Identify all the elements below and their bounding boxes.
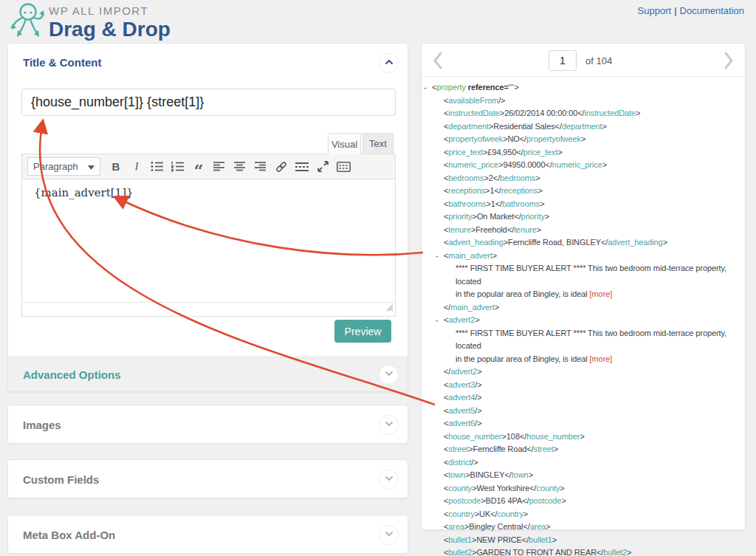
xml-segment: </ xyxy=(523,522,529,531)
editor-content-area[interactable]: {main_advert[1]} xyxy=(22,179,395,302)
resize-grip-icon[interactable] xyxy=(385,301,394,315)
xml-segment: advert5 xyxy=(448,406,475,415)
expand-custom-fields-button[interactable] xyxy=(379,470,399,490)
toolbar-toggle-icon[interactable] xyxy=(334,157,353,176)
images-section[interactable]: Images xyxy=(7,405,408,444)
collapse-node-toggle[interactable]: - xyxy=(436,250,439,263)
custom-fields-section[interactable]: Custom Fields xyxy=(7,459,408,498)
more-link[interactable]: [more] xyxy=(590,354,613,363)
xml-segment: district xyxy=(448,458,471,467)
xml-segment: Freehold xyxy=(475,225,507,234)
xml-line: <country>UK</country> xyxy=(422,508,739,521)
post-title-input[interactable] xyxy=(21,89,396,116)
xml-segment: > xyxy=(495,303,499,312)
meta-box-addon-section[interactable]: Meta Box Add-On xyxy=(7,515,408,554)
align-right-icon[interactable] xyxy=(251,157,270,176)
xml-segment: main_advert xyxy=(448,251,492,260)
align-center-icon[interactable] xyxy=(230,157,250,176)
xml-segment: BD16 4PA xyxy=(486,496,523,505)
xml-segment: > xyxy=(475,315,479,324)
xml-segment: </ xyxy=(526,445,533,453)
fullscreen-icon[interactable] xyxy=(313,157,332,176)
xml-line: in the popular area of Bingley, is ideal… xyxy=(422,353,739,366)
read-more-tag-icon[interactable] xyxy=(292,157,312,176)
xml-segment: > xyxy=(477,367,481,376)
more-link[interactable]: [more] xyxy=(590,289,613,298)
xml-line: <advert6/> xyxy=(422,417,739,430)
xml-line: <bathrooms>1</bathrooms> xyxy=(422,198,739,211)
paragraph-style-dropdown[interactable]: Paragraph xyxy=(27,157,100,176)
tab-visual[interactable]: Visual xyxy=(328,133,361,154)
previous-record-button[interactable] xyxy=(430,51,445,72)
support-link[interactable]: Support xyxy=(638,5,672,16)
italic-icon[interactable]: I xyxy=(127,157,146,176)
expand-images-button[interactable] xyxy=(379,415,399,435)
xml-segment: </ xyxy=(522,535,529,544)
xml-segment: NEW PRICE xyxy=(476,535,521,544)
expand-advanced-options-button[interactable] xyxy=(379,365,399,385)
collapse-node-toggle[interactable]: - xyxy=(424,81,427,95)
bullet-list-icon[interactable] xyxy=(148,157,167,176)
preview-button[interactable]: Preview xyxy=(334,320,391,343)
xml-line: <priority>On Market</priority> xyxy=(422,210,739,224)
blockquote-icon[interactable]: “ xyxy=(189,157,208,176)
xml-line: <town>BINGLEY</town> xyxy=(422,469,739,482)
next-record-button[interactable] xyxy=(721,51,736,72)
xml-segment: </ xyxy=(505,470,512,479)
tab-text[interactable]: Text xyxy=(362,133,394,154)
collapse-node-toggle[interactable]: - xyxy=(436,314,439,327)
wp-all-import-octopus-logo xyxy=(9,1,47,44)
xml-segment: street xyxy=(534,445,554,453)
xml-segment: > xyxy=(627,548,631,556)
xml-segment: bathrooms xyxy=(448,199,486,208)
chevron-left-icon xyxy=(430,61,445,72)
xml-segment: property xyxy=(436,83,466,92)
meta-box-addon-label: Meta Box Add-On xyxy=(23,529,115,541)
xml-segment: propertyofweek xyxy=(448,134,503,143)
chevron-down-icon xyxy=(384,419,394,431)
documentation-link[interactable]: Documentation xyxy=(680,5,744,16)
xml-segment: > xyxy=(514,83,518,92)
xml-segment: postcode xyxy=(448,496,481,505)
record-number-input[interactable] xyxy=(549,50,577,71)
record-pagination: of 104 xyxy=(422,44,745,77)
xml-segment: > xyxy=(554,445,558,453)
xml-segment: /> xyxy=(475,393,481,402)
xml-segment: area xyxy=(530,522,546,531)
xml-line: <street>Ferncliffe Road</street> xyxy=(422,443,739,456)
title-content-card: Title & Content Visual Text Paragraph B … xyxy=(7,43,408,392)
xml-segment: 26/02/2014 00:00:00 xyxy=(504,109,577,117)
xml-segment: bullet2 xyxy=(603,548,627,556)
xml-segment: </ xyxy=(495,199,502,208)
bold-icon[interactable]: B xyxy=(106,157,126,176)
xml-segment: in the popular area of Bingley, is ideal xyxy=(456,354,590,363)
align-left-icon[interactable] xyxy=(210,157,229,176)
xml-segment: </ xyxy=(444,367,450,376)
xml-line: <district/> xyxy=(422,456,739,470)
xml-segment: BINGLEY xyxy=(470,470,505,479)
xml-segment: > xyxy=(538,186,543,195)
xml-preview-panel: of 104 -<property reference=""><availabl… xyxy=(421,43,746,530)
xml-line: <availableFrom/> xyxy=(422,95,739,108)
xml-segment: house_number xyxy=(526,432,580,441)
xml-segment: > xyxy=(529,470,533,479)
advanced-options-section[interactable]: Advanced Options xyxy=(8,357,408,391)
xml-segment: postcode xyxy=(529,496,562,505)
expand-meta-box-button[interactable] xyxy=(379,525,399,545)
xml-segment: in the popular area of Bingley, is ideal xyxy=(456,289,590,298)
xml-line: <bullet2>GARDEN TO FRONT AND REAR</bulle… xyxy=(422,546,739,556)
link-separator: | xyxy=(674,5,676,16)
xml-segment: advert6 xyxy=(448,419,475,428)
xml-segment: NO xyxy=(507,134,519,143)
xml-segment: </ xyxy=(520,432,526,441)
xml-segment: advert2 xyxy=(448,315,475,324)
xml-segment: > xyxy=(540,199,544,208)
collapse-title-content-button[interactable] xyxy=(379,53,399,73)
chevron-down-icon xyxy=(384,529,394,541)
xml-line: <advert4/> xyxy=(422,391,739,405)
xml-segment: </ xyxy=(490,509,497,518)
insert-link-icon[interactable] xyxy=(272,157,291,176)
xml-segment: house_number xyxy=(448,432,501,441)
numbered-list-icon[interactable] xyxy=(168,157,188,176)
xml-segment: reference= xyxy=(466,83,509,92)
